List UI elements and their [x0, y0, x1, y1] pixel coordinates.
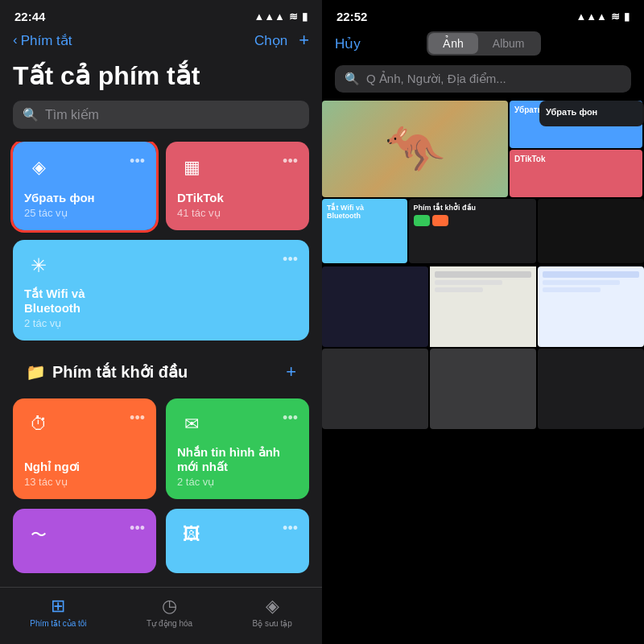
- shortcuts-row-1: ◈ ••• Убрать фон 25 tác vụ ▦ ••• DTikTok…: [13, 142, 309, 230]
- card-title-send: Nhắn tin hình ảnh mới nhất: [177, 445, 298, 474]
- card-menu-dtiktok[interactable]: •••: [283, 153, 298, 170]
- wifi-bt-icon: ✳: [24, 251, 53, 280]
- overlay-title: Убрать фон: [546, 107, 638, 120]
- photo-dtiktok[interactable]: DTikTok: [510, 150, 642, 197]
- shortcut-card-wifi-bt[interactable]: ✳ ••• Tắt Wifi vàBluetooth 2 tác vụ: [13, 240, 309, 341]
- card-menu-send[interactable]: •••: [283, 410, 298, 427]
- photo-wifi-bt[interactable]: Tắt Wifi vàBluetooth: [322, 199, 407, 263]
- shortcuts-grid: ◈ ••• Убрать фон 25 tác vụ ▦ ••• DTikTok…: [0, 142, 322, 587]
- battery-icon: ▮: [302, 10, 308, 23]
- card-subtitle-rest: 13 tác vụ: [24, 476, 145, 488]
- shortcut-card-audio[interactable]: 〜 •••: [13, 509, 156, 573]
- search-icon: 🔍: [23, 107, 39, 122]
- card-header-dtiktok: ▦ •••: [177, 153, 298, 182]
- search-icon-right: 🔍: [345, 72, 360, 86]
- back-label: Phím tắt: [21, 32, 72, 49]
- card-title-rest: Nghỉ ngơi: [24, 460, 145, 474]
- photos-grid: 🦘 Убрать фон DTikTok Убрать фон: [322, 101, 644, 644]
- card-menu-wifi[interactable]: •••: [283, 251, 298, 268]
- card-subtitle-wifi: 2 tác vụ: [24, 317, 298, 329]
- back-button[interactable]: ‹ Phím tắt: [13, 32, 72, 49]
- blurred-cell-5: [430, 349, 536, 429]
- status-icons-left: ▲▲▲ ≋ ▮: [254, 10, 308, 23]
- bottom-nav: ⊞ Phím tắt của tôi ◷ Tự động hóa ◈ Bộ sư…: [0, 587, 322, 644]
- right-nav: Hủy Ảnh Album: [322, 28, 644, 62]
- shortcut-card-photos2[interactable]: 🖼 •••: [166, 509, 309, 573]
- card-subtitle-send: 2 tác vụ: [177, 476, 298, 488]
- nav-item-collection[interactable]: ◈ Bộ sưu tập: [253, 596, 292, 628]
- card-title-dtiktok: DTikTok: [177, 191, 298, 205]
- signal-icon-right: ▲▲▲: [576, 10, 607, 23]
- audio-icon: 〜: [24, 520, 53, 549]
- shortcut-card-remove-bg[interactable]: ◈ ••• Убрать фон 25 tác vụ: [13, 142, 156, 230]
- card-header-send: ✉ •••: [177, 410, 298, 439]
- card-menu-audio[interactable]: •••: [130, 520, 145, 537]
- shortcut-card-dtiktok[interactable]: ▦ ••• DTikTok 41 tác vụ: [166, 142, 309, 230]
- card-header-audio: 〜 •••: [24, 520, 145, 549]
- card-menu-photos2[interactable]: •••: [283, 520, 298, 537]
- segment-control: Ảnh Album: [427, 31, 540, 56]
- cancel-button[interactable]: Hủy: [335, 35, 361, 52]
- left-panel: 22:44 ▲▲▲ ≋ ▮ ‹ Phím tắt Chọn + Tất cả p…: [0, 0, 322, 644]
- time-right: 22:52: [336, 10, 367, 23]
- blurred-cell-4: [322, 349, 428, 429]
- shortcut-card-rest[interactable]: ⏱ ••• Nghỉ ngơi 13 tác vụ: [13, 398, 156, 499]
- shortcuts-row-2: ✳ ••• Tắt Wifi vàBluetooth 2 tác vụ: [13, 240, 309, 341]
- chevron-left-icon: ‹: [13, 32, 18, 48]
- time-left: 22:44: [14, 10, 45, 23]
- collection-icon: ◈: [266, 596, 279, 617]
- send-icon: ✉: [177, 410, 206, 439]
- blurred-cell-6: [538, 349, 644, 429]
- section-header: 📁 Phím tắt khởi đầu +: [13, 350, 309, 389]
- card-subtitle-remove-bg: 25 tác vụ: [24, 207, 145, 219]
- right-panel: 22:52 ▲▲▲ ≋ ▮ Hủy Ảnh Album 🔍 Q Ảnh, Ngư…: [322, 0, 644, 644]
- battery-icon-right: ▮: [624, 10, 630, 23]
- automation-icon: ◷: [162, 596, 177, 617]
- automation-label: Tự động hóa: [147, 619, 192, 628]
- section-title: 📁 Phím tắt khởi đầu: [26, 362, 188, 382]
- bottom-row-1: [322, 266, 644, 347]
- search-bar-right[interactable]: 🔍 Q Ảnh, Người, Địa điểm...: [335, 65, 631, 93]
- photo-shortcuts-starter[interactable]: Phím tắt khởi đầu: [409, 199, 536, 263]
- card-header-photos2: 🖼 •••: [177, 520, 298, 549]
- wifi-icon: ≋: [289, 10, 298, 23]
- page-title: Tất cả phím tắt: [0, 57, 322, 101]
- search-placeholder-right: Q Ảnh, Người, Địa điểm...: [366, 72, 506, 86]
- nav-item-automation[interactable]: ◷ Tự động hóa: [147, 596, 192, 628]
- shortcut-card-send-photo[interactable]: ✉ ••• Nhắn tin hình ảnh mới nhất 2 tác v…: [166, 398, 309, 499]
- signal-icon: ▲▲▲: [254, 10, 285, 23]
- my-shortcuts-icon: ⊞: [51, 596, 65, 617]
- my-shortcuts-label: Phím tắt của tôi: [30, 619, 86, 628]
- status-bar-right: 22:52 ▲▲▲ ≋ ▮: [322, 0, 644, 28]
- photo-animal[interactable]: 🦘: [322, 101, 508, 197]
- card-menu-rest[interactable]: •••: [130, 410, 145, 427]
- blurred-cell-3: [538, 266, 644, 347]
- photo-overlay-dark: [538, 199, 644, 263]
- photos-row-1: 🦘 Убрать фон DTikTok Убрать фон: [322, 101, 644, 197]
- section-add-button[interactable]: +: [286, 361, 296, 382]
- choose-button[interactable]: Chọn: [254, 32, 287, 49]
- add-shortcut-button[interactable]: +: [299, 30, 309, 51]
- card-title-remove-bg: Убрать фон: [24, 191, 145, 205]
- section-label: Phím tắt khởi đầu: [52, 362, 188, 382]
- card-subtitle-dtiktok: 41 tác vụ: [177, 207, 298, 219]
- nav-bar-left: ‹ Phím tắt Chọn +: [0, 28, 322, 57]
- nav-actions: Chọn +: [254, 30, 309, 51]
- blurred-cell-2: [430, 266, 536, 347]
- photos-icon: 🖼: [177, 520, 206, 549]
- search-placeholder: Tìm kiếm: [45, 107, 99, 122]
- dtiktok-icon: ▦: [177, 153, 206, 182]
- segment-album[interactable]: Album: [478, 33, 539, 54]
- card-title-wifi: Tắt Wifi vàBluetooth: [24, 287, 298, 316]
- status-bar-left: 22:44 ▲▲▲ ≋ ▮: [0, 0, 322, 28]
- blurred-section: [322, 265, 644, 644]
- shortcuts-row-3: ⏱ ••• Nghỉ ngơi 13 tác vụ ✉ ••• Nhắn tin…: [13, 398, 309, 499]
- shortcuts-row-4: 〜 ••• 🖼 •••: [13, 509, 309, 573]
- folder-icon: 📁: [26, 362, 46, 382]
- segment-photos[interactable]: Ảnh: [428, 33, 478, 54]
- card-menu-icon[interactable]: •••: [130, 153, 145, 170]
- search-bar-left[interactable]: 🔍 Tìm kiếm: [13, 101, 309, 129]
- blurred-cell-1: [322, 266, 428, 347]
- nav-item-my-shortcuts[interactable]: ⊞ Phím tắt của tôi: [30, 596, 86, 628]
- photos-row-2: Tắt Wifi vàBluetooth Phím tắt khởi đầu: [322, 199, 644, 263]
